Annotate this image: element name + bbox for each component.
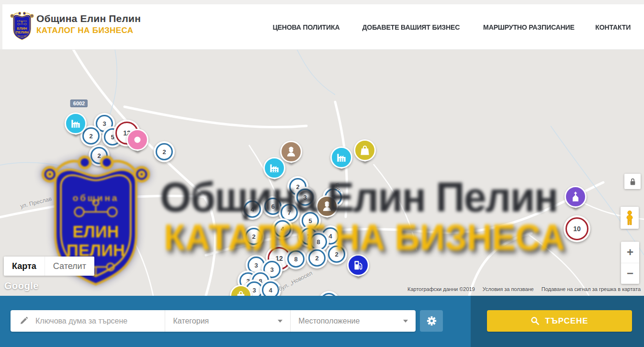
map-type-map-button[interactable]: Карта xyxy=(4,257,45,276)
site-subtitle: КАТАЛОГ НА БИЗНЕСА xyxy=(36,26,141,35)
zoom-control: + − xyxy=(621,242,639,284)
pin-circle xyxy=(65,112,87,134)
site-title: Община Елин Пелин xyxy=(36,13,141,24)
map-type-satellite-button[interactable]: Сателит xyxy=(45,257,94,276)
gear-icon xyxy=(427,316,437,326)
map-pin-generic-icon[interactable] xyxy=(126,129,148,151)
cluster-count: 3 xyxy=(303,194,306,201)
page: Община Елин Пелин КАТАЛОГ НА БИЗНЕСА ЦЕН… xyxy=(0,0,644,347)
cluster-count: 2 xyxy=(97,152,101,159)
location-select-value: Местоположение xyxy=(298,317,360,325)
municipality-logo[interactable] xyxy=(10,11,34,41)
left-strip xyxy=(0,0,2,49)
map-cluster-marker[interactable]: 2 xyxy=(89,145,110,166)
cluster-count: 8 xyxy=(294,256,297,263)
pin-circle xyxy=(354,139,376,161)
keyword-input[interactable] xyxy=(34,316,165,326)
cluster-count: 10 xyxy=(573,225,581,233)
zoom-in-button[interactable]: + xyxy=(621,242,639,263)
cluster-count: 4 xyxy=(269,287,272,294)
search-icon xyxy=(531,316,540,325)
pin-circle xyxy=(347,254,369,276)
lock-icon xyxy=(629,178,636,186)
attribution-report-link[interactable]: Подаване на сигнал за грешка в картата xyxy=(542,286,641,292)
attribution-terms-link[interactable]: Условия за ползване xyxy=(483,286,534,292)
cluster-count: 4 xyxy=(250,206,254,213)
cluster-count: 7 xyxy=(287,209,291,216)
nav-item-bus-schedule[interactable]: МАРШРУТНО РАЗПИСАНИЕ xyxy=(483,23,575,31)
nav-item-pricing[interactable]: ЦЕНОВА ПОЛИТИКА xyxy=(273,23,340,31)
map-type-control: Карта Сателит xyxy=(4,257,94,276)
pin-circle xyxy=(126,129,148,151)
pin-circle xyxy=(280,141,302,163)
search-fields: Категория Местоположение xyxy=(11,310,416,332)
map-pin-fuel-icon[interactable] xyxy=(347,254,369,276)
cluster-count: 6 xyxy=(271,203,274,210)
main-nav: ЦЕНОВА ПОЛИТИКА ДОБАВЕТЕ ВАШИЯТ БИЗНЕС М… xyxy=(271,4,632,49)
cluster-count: 4 xyxy=(281,225,284,233)
settings-button[interactable] xyxy=(420,310,443,332)
map-cluster-marker[interactable]: 2 xyxy=(326,244,347,265)
chevron-down-icon xyxy=(403,320,408,323)
map-cluster-marker[interactable]: 2 xyxy=(306,247,328,269)
cluster-count: 2 xyxy=(89,133,92,140)
attribution-copyright: Картографски данни ©2019 xyxy=(407,286,475,292)
cluster-count: 3 xyxy=(270,266,273,273)
road-number-badge: 6002 xyxy=(70,100,88,107)
cluster-count: 4 xyxy=(328,233,332,240)
pin-circle xyxy=(263,157,285,179)
pegman-icon xyxy=(624,210,635,226)
cluster-count: 8 xyxy=(316,238,320,246)
category-select-value: Категория xyxy=(173,317,209,325)
pencil-icon xyxy=(19,316,28,325)
map-attribution: Картографски данни ©2019 Условия за полз… xyxy=(407,286,641,292)
nav-item-contacts[interactable]: КОНТАКТИ xyxy=(596,23,631,31)
cluster-count: 3 xyxy=(252,287,256,294)
cluster-count: 2 xyxy=(252,233,255,240)
header: Община Елин Пелин КАТАЛОГ НА БИЗНЕСА ЦЕН… xyxy=(0,4,644,50)
google-logo[interactable]: Google xyxy=(4,280,39,291)
map-pin-factory-icon[interactable] xyxy=(263,157,285,179)
map-pin-church-icon[interactable] xyxy=(565,186,587,208)
map-pin-bag-icon[interactable] xyxy=(354,139,376,161)
cluster-count: 2 xyxy=(162,148,166,156)
zoom-out-button[interactable]: − xyxy=(621,263,639,284)
map-cluster-marker[interactable]: 4 xyxy=(272,218,293,239)
nav-item-add-business[interactable]: ДОБАВЕТЕ ВАШИЯТ БИЗНЕС xyxy=(362,23,460,31)
pin-circle xyxy=(565,186,587,208)
map-pin-factory-icon[interactable] xyxy=(330,146,352,168)
map-pin-factory-icon[interactable] xyxy=(65,112,87,134)
map-cluster-marker[interactable]: 2 xyxy=(243,226,264,247)
map-pin-worker-icon[interactable] xyxy=(280,141,302,163)
cluster-count: 5 xyxy=(308,217,312,224)
map-cluster-marker[interactable]: 10 xyxy=(564,215,590,242)
location-select[interactable]: Местоположение xyxy=(290,310,416,332)
category-select[interactable]: Категория xyxy=(165,310,290,332)
header-titles: Община Елин Пелин КАТАЛОГ НА БИЗНЕСА xyxy=(36,13,141,35)
chevron-down-icon xyxy=(278,320,282,323)
top-strip xyxy=(0,0,644,4)
cluster-count: 2 xyxy=(315,255,318,262)
cluster-count: 3 xyxy=(254,262,258,269)
pin-circle xyxy=(330,146,352,168)
search-button-label: ТЪРСЕНЕ xyxy=(545,316,588,326)
search-bar: Категория Местоположение xyxy=(0,296,644,347)
map-cluster-marker[interactable]: 4 xyxy=(242,199,263,220)
map-pin-worker-icon[interactable] xyxy=(316,195,338,217)
cluster-count: 3 xyxy=(102,120,106,127)
map-cluster-marker[interactable]: 3 xyxy=(294,187,316,208)
pegman-button[interactable] xyxy=(621,207,639,229)
cluster-count: 2 xyxy=(335,251,338,258)
map-cluster-marker[interactable]: 8 xyxy=(285,248,306,269)
keyword-field xyxy=(11,310,165,332)
map-cluster-marker[interactable]: 2 xyxy=(154,141,175,162)
map[interactable]: 325122223564754274821282333834510 6002ул… xyxy=(0,49,644,296)
pin-circle xyxy=(316,195,338,217)
search-button[interactable]: ТЪРСЕНЕ xyxy=(487,310,632,332)
lock-button[interactable] xyxy=(624,174,641,189)
